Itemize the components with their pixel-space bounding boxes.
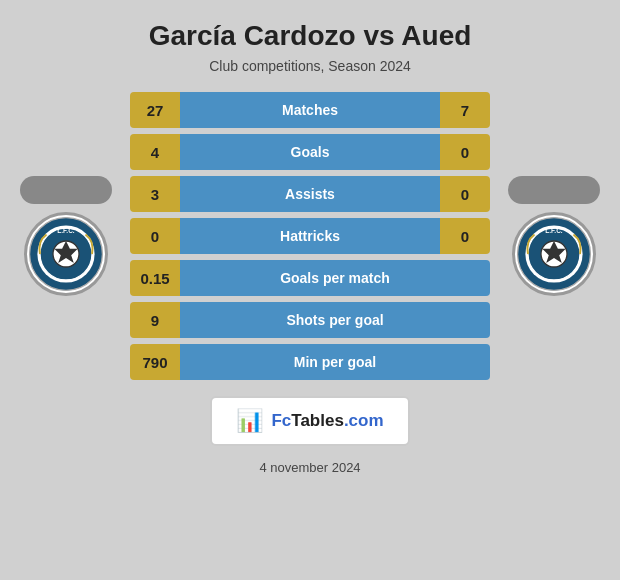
stat-row-hattricks: 0Hattricks0 bbox=[130, 218, 490, 254]
stat-left-value: 27 bbox=[130, 92, 180, 128]
stat-row-shots-per-goal: 9Shots per goal bbox=[130, 302, 490, 338]
left-pill bbox=[20, 176, 112, 204]
stat-label: Matches bbox=[180, 92, 440, 128]
main-area: L.F.C. 27Matches74Goals03Assists00Hattri… bbox=[10, 92, 610, 380]
card: García Cardozo vs Aued Club competitions… bbox=[0, 0, 620, 580]
stat-right-value: 0 bbox=[440, 176, 490, 212]
stat-row-min-per-goal: 790Min per goal bbox=[130, 344, 490, 380]
stat-left-value: 0.15 bbox=[130, 260, 180, 296]
left-team-logo-svg: L.F.C. bbox=[27, 215, 105, 293]
right-pill bbox=[508, 176, 600, 204]
stat-label: Hattricks bbox=[180, 218, 440, 254]
stat-right-value: 0 bbox=[440, 134, 490, 170]
stat-left-value: 790 bbox=[130, 344, 180, 380]
page-title: García Cardozo vs Aued bbox=[149, 20, 472, 52]
stat-row-goals: 4Goals0 bbox=[130, 134, 490, 170]
fctables-text: FcTables.com bbox=[271, 411, 383, 431]
fctables-icon: 📊 bbox=[236, 408, 263, 434]
stat-left-value: 4 bbox=[130, 134, 180, 170]
stat-row-matches: 27Matches7 bbox=[130, 92, 490, 128]
stat-label: Goals bbox=[180, 134, 440, 170]
stat-left-value: 3 bbox=[130, 176, 180, 212]
stat-label: Shots per goal bbox=[180, 302, 490, 338]
footer-date: 4 november 2024 bbox=[259, 460, 360, 475]
right-team-logo-svg: L.F.C. bbox=[515, 215, 593, 293]
stat-right-value: 7 bbox=[440, 92, 490, 128]
svg-text:L.F.C.: L.F.C. bbox=[545, 227, 563, 234]
avatar-right: L.F.C. bbox=[512, 212, 596, 296]
svg-text:L.F.C.: L.F.C. bbox=[57, 227, 75, 234]
subtitle: Club competitions, Season 2024 bbox=[209, 58, 411, 74]
stat-left-value: 0 bbox=[130, 218, 180, 254]
avatar-left: L.F.C. bbox=[24, 212, 108, 296]
stat-label: Assists bbox=[180, 176, 440, 212]
stat-row-assists: 3Assists0 bbox=[130, 176, 490, 212]
fctables-banner[interactable]: 📊 FcTables.com bbox=[210, 396, 409, 446]
stat-left-value: 9 bbox=[130, 302, 180, 338]
stat-label: Min per goal bbox=[180, 344, 490, 380]
stat-label: Goals per match bbox=[180, 260, 490, 296]
right-decoration: L.F.C. bbox=[508, 176, 600, 296]
stats-container: 27Matches74Goals03Assists00Hattricks00.1… bbox=[130, 92, 490, 380]
left-decoration: L.F.C. bbox=[20, 176, 112, 296]
top-area: García Cardozo vs Aued Club competitions… bbox=[10, 20, 610, 92]
stat-row-goals-per-match: 0.15Goals per match bbox=[130, 260, 490, 296]
stat-right-value: 0 bbox=[440, 218, 490, 254]
